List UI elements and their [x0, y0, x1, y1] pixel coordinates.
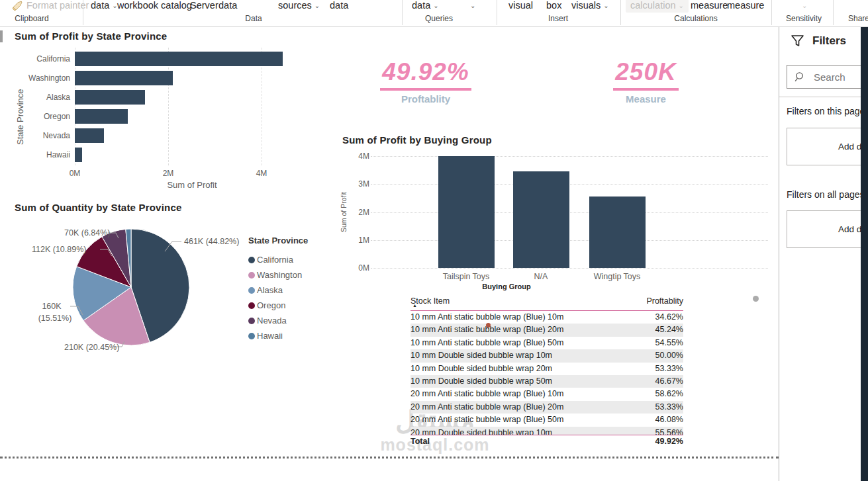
x-axis-tick: 4M: [256, 169, 267, 178]
bar-row: Oregon: [9, 109, 293, 124]
bar-oregon[interactable]: [75, 109, 128, 124]
recent-sources-button[interactable]: sources⌄: [278, 0, 320, 13]
category-label: Tailspin Toys: [443, 272, 490, 281]
kpi-label: Proftablity: [369, 93, 482, 105]
y-axis-tick: 2M: [358, 208, 369, 217]
new-measure-button[interactable]: measure: [691, 0, 728, 13]
table-row[interactable]: 20 mm Double sided bubble wrap 10m55.56%: [410, 427, 683, 435]
filters-pane: Filters Filters on this page Add data fi…: [779, 26, 863, 481]
format-painter-button[interactable]: Format painter: [26, 0, 89, 13]
bar-row: Washington: [9, 71, 293, 85]
stock-item-cell: 20 mm Anti static bubble wrap (Blue) 50m: [410, 414, 630, 426]
add-data-fields-dropzone-all[interactable]: Add data fie: [787, 210, 868, 248]
new-visual-button[interactable]: visual: [508, 0, 533, 13]
gridline: [371, 212, 768, 213]
sensitivity-dropdown-button[interactable]: ⌄: [799, 0, 807, 13]
scrollbar-nub[interactable]: [0, 30, 3, 42]
bar-row: California: [9, 52, 293, 66]
y-axis-tick: 4M: [358, 152, 369, 161]
kpi-card-proftablity[interactable]: 49.92% Proftablity: [369, 58, 482, 105]
stock-item-cell: 10 mm Anti static bubble wrap (Blue) 50m: [410, 337, 630, 349]
bar-alaska[interactable]: [75, 90, 145, 105]
enter-data-button[interactable]: data: [218, 0, 237, 13]
calculation-button[interactable]: calculation⌄: [626, 0, 689, 13]
table-row[interactable]: 10 mm Anti static bubble wrap (Blue) 10m…: [410, 311, 683, 324]
bar-row: Hawaii: [9, 148, 293, 162]
table-row[interactable]: 10 mm Anti static bubble wrap (Blue) 20m…: [410, 324, 683, 336]
proftablity-cell: 46.08%: [630, 414, 683, 426]
pie-data-label: 160K: [42, 302, 62, 311]
page-boundary-dotted: [0, 457, 779, 459]
powerbi-window: Format painter data⌄ workbook catalog⌄ S…: [0, 0, 868, 481]
column-chart-profit-by-buying-group[interactable]: Sum of Profit by Buying Group Sum of Pro…: [334, 129, 771, 291]
legend-item-oregon[interactable]: Oregon: [248, 298, 308, 313]
chart-title: Sum of Quantity by State Province: [15, 202, 181, 213]
queries-dropdown-button[interactable]: ⌄: [467, 0, 475, 13]
chart-title: Sum of Profit by State Province: [15, 30, 167, 42]
legend-item-california[interactable]: California: [248, 252, 308, 267]
table-total-row: Total 49.92%: [410, 435, 683, 449]
legend-item-hawaii[interactable]: Hawaii: [248, 328, 308, 343]
search-icon: [795, 71, 806, 83]
table-row[interactable]: 20 mm Anti static bubble wrap (Blue) 10m…: [410, 388, 683, 400]
table-row[interactable]: 10 mm Double sided bubble wrap 20m53.33%: [410, 363, 683, 375]
table-row[interactable]: 10 mm Double sided bubble wrap 10m50.00%: [410, 349, 683, 362]
filters-search-box[interactable]: [787, 65, 868, 89]
legend-dot: [248, 302, 255, 309]
pie-chart-quantity-by-state[interactable]: Sum of Quantity by State Province 461K (…: [7, 197, 338, 366]
ribbon-separator: [402, 0, 403, 25]
search-input[interactable]: [812, 71, 868, 83]
pie-plot: 461K (44.82%)210K (20.45%)160K(15.51%)11…: [7, 214, 252, 363]
queries-data-button[interactable]: data⌄: [412, 0, 439, 13]
add-data-fields-dropzone-page[interactable]: Add data fie: [787, 128, 868, 165]
text-box-button[interactable]: box: [546, 0, 561, 13]
legend-dot: [248, 333, 255, 339]
bar-chart-profit-by-state[interactable]: Sum of Profit by State Province State Pr…: [7, 28, 311, 193]
legend-item-nevada[interactable]: Nevada: [248, 313, 308, 328]
quick-measure-button[interactable]: measure: [727, 0, 764, 13]
more-visuals-button[interactable]: visuals⌄: [571, 0, 609, 13]
bar-hawaii[interactable]: [75, 148, 82, 162]
stock-item-cell: 10 mm Double sided bubble wrap 10m: [410, 349, 630, 362]
table-row[interactable]: 20 mm Anti static bubble wrap (Blue) 20m…: [410, 401, 683, 414]
column-tailspin-toys[interactable]: [438, 156, 495, 268]
sql-server-button[interactable]: Server: [190, 0, 218, 13]
stock-item-cell: 20 mm Anti static bubble wrap (Blue) 10m: [410, 388, 630, 400]
group-label-clipboard: Clipboard: [15, 14, 48, 23]
proftablity-cell: 45.24%: [630, 324, 683, 336]
resize-handle-dot[interactable]: [753, 296, 759, 302]
table-row[interactable]: 10 mm Anti static bubble wrap (Blue) 50m…: [410, 337, 683, 349]
column-header-proftablity[interactable]: Proftablity: [630, 294, 683, 310]
ribbon-separator: [771, 0, 772, 25]
get-data-button[interactable]: data⌄: [91, 0, 118, 13]
table-header[interactable]: Stock Item Proftablity ▲: [410, 294, 683, 311]
legend-label: Alaska: [257, 285, 283, 295]
table-row[interactable]: 10 mm Double sided bubble wrap 50m46.67%: [410, 375, 683, 388]
filter-funnel-icon: [791, 34, 804, 48]
bar-nevada[interactable]: [75, 128, 104, 143]
bar-washington[interactable]: [75, 71, 173, 85]
legend-dot: [248, 318, 255, 324]
bar-california[interactable]: [75, 52, 283, 66]
bar-row: Nevada: [9, 128, 293, 143]
stock-item-cell: 10 mm Double sided bubble wrap 20m: [410, 363, 630, 375]
legend-item-washington[interactable]: Washington: [248, 267, 308, 283]
filters-pane-title: Filters: [812, 34, 846, 48]
bar-row: Alaska: [9, 90, 293, 105]
legend: State Province CaliforniaWashingtonAlask…: [248, 236, 308, 343]
transform-data-button[interactable]: data: [330, 0, 348, 13]
table-row[interactable]: 20 mm Anti static bubble wrap (Blue) 50m…: [410, 414, 683, 426]
column-n-a[interactable]: [513, 171, 569, 268]
kpi-card-measure[interactable]: 250K Measure: [601, 58, 691, 105]
column-wingtip-toys[interactable]: [589, 197, 646, 268]
table-body: 10 mm Anti static bubble wrap (Blue) 10m…: [410, 311, 683, 435]
collapsed-pane-strip[interactable]: [861, 27, 868, 481]
x-axis-tick: 0M: [70, 169, 81, 178]
category-label: Alaska: [9, 90, 70, 105]
legend-item-alaska[interactable]: Alaska: [248, 283, 308, 298]
workbook-catalog-button[interactable]: workbook catalog⌄: [117, 0, 200, 13]
kpi-value: 49.92%: [380, 58, 471, 91]
column-header-stock-item[interactable]: Stock Item: [410, 294, 630, 310]
table-stock-item-proftablity[interactable]: Stock Item Proftablity ▲ 10 mm Anti stat…: [410, 294, 683, 449]
category-label: Nevada: [9, 128, 70, 143]
